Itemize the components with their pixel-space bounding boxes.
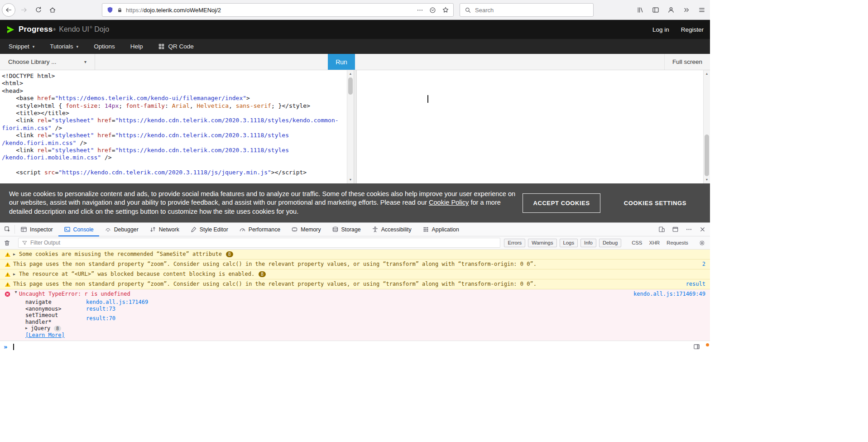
close-icon bbox=[699, 226, 706, 233]
scroll-up-icon[interactable]: ▲ bbox=[704, 71, 710, 77]
menu-item-tutorials[interactable]: Tutorials▾ bbox=[42, 39, 86, 54]
tab-performance[interactable]: Performance bbox=[234, 223, 286, 236]
home-button[interactable] bbox=[46, 3, 59, 17]
brand-progress[interactable]: Progress bbox=[19, 25, 53, 34]
filter-xhr[interactable]: XHR bbox=[649, 240, 660, 245]
menu-item-options[interactable]: Options bbox=[86, 39, 123, 54]
console-settings-button[interactable] bbox=[699, 240, 706, 246]
forward-button[interactable] bbox=[17, 3, 31, 17]
sidebars-button[interactable] bbox=[649, 4, 662, 16]
filter-css[interactable]: CSS bbox=[632, 240, 642, 245]
library-button[interactable] bbox=[634, 4, 647, 16]
filter-chip-debug[interactable]: Debug bbox=[599, 239, 621, 247]
search-bar[interactable]: Search bbox=[460, 3, 594, 17]
console-message-text: Uncaught TypeError: r is undefined bbox=[19, 291, 130, 298]
progress-logo[interactable] bbox=[6, 25, 15, 34]
tab-application[interactable]: Application bbox=[417, 223, 465, 236]
account-button[interactable] bbox=[665, 4, 677, 16]
category-filters: CSSXHRRequests bbox=[629, 240, 691, 245]
separate-window-button[interactable] bbox=[669, 224, 681, 235]
tab-console[interactable]: Console bbox=[58, 223, 99, 236]
stack-source-link[interactable]: result:73 bbox=[86, 306, 115, 312]
tab-storage[interactable]: Storage bbox=[326, 223, 366, 236]
brand-product[interactable]: Kendo UI® Dojo bbox=[59, 25, 109, 34]
scrollbar-thumb[interactable] bbox=[348, 77, 353, 95]
result-scrollbar[interactable]: ▲ ▼ bbox=[703, 70, 710, 183]
filter-chip-logs[interactable]: Logs bbox=[560, 239, 578, 247]
code-editor[interactable]: <!DOCTYPE html><html><head> <base href="… bbox=[0, 70, 347, 183]
scroll-up-icon[interactable]: ▲ bbox=[347, 71, 354, 77]
tab-memory[interactable]: Memory bbox=[286, 223, 326, 236]
bookmark-star-icon[interactable] bbox=[442, 6, 449, 14]
scroll-down-icon[interactable]: ▼ bbox=[347, 177, 354, 183]
expand-arrow-icon[interactable]: ▶ bbox=[13, 291, 19, 297]
menu-item-snippet[interactable]: Snippet▾ bbox=[1, 39, 42, 54]
level-filters: ErrorsWarningsLogsInfoDebug bbox=[504, 239, 621, 247]
filter-requests[interactable]: Requests bbox=[667, 240, 688, 245]
reload-button[interactable] bbox=[32, 3, 45, 17]
menu-item-label: Tutorials bbox=[50, 43, 73, 50]
source-link[interactable]: result bbox=[677, 281, 705, 288]
source-link[interactable]: kendo.all.js:171469:49 bbox=[624, 291, 705, 298]
menu-item-qr-code[interactable]: QR Code bbox=[150, 39, 201, 54]
register-link[interactable]: Register bbox=[681, 26, 704, 33]
pocket-icon[interactable] bbox=[429, 7, 436, 14]
tab-accessibility[interactable]: Accessibility bbox=[366, 223, 417, 236]
hamburger-menu-button[interactable] bbox=[695, 4, 708, 16]
menu-item-label: Options bbox=[94, 43, 115, 50]
login-link[interactable]: Log in bbox=[652, 26, 669, 33]
console-input[interactable]: » bbox=[0, 341, 710, 353]
cookie-policy-link[interactable]: Cookie Policy bbox=[429, 199, 469, 206]
filter-chip-errors[interactable]: Errors bbox=[504, 239, 525, 247]
stack-source-link[interactable]: kendo.all.js:171469 bbox=[86, 299, 148, 306]
back-button[interactable] bbox=[2, 3, 15, 17]
tab-inspector[interactable]: Inspector bbox=[15, 223, 58, 236]
page-actions-icon[interactable] bbox=[417, 7, 423, 14]
close-devtools-button[interactable] bbox=[696, 224, 708, 235]
source-link[interactable]: 2 bbox=[693, 261, 705, 268]
expand-arrow-icon[interactable]: ▶ bbox=[25, 325, 31, 332]
learn-more-link[interactable]: [Learn More] bbox=[25, 332, 65, 339]
menu-item-help[interactable]: Help bbox=[123, 39, 151, 54]
tab-debugger[interactable]: Debugger bbox=[99, 223, 144, 236]
filter-input[interactable]: Filter Output bbox=[18, 238, 500, 248]
accept-cookies-button[interactable]: ACCEPT COOKIES bbox=[523, 193, 600, 213]
fullscreen-button[interactable]: Full screen bbox=[664, 54, 710, 70]
result-pane bbox=[357, 70, 703, 183]
warning-icon: ! bbox=[4, 252, 11, 257]
url-actions bbox=[417, 6, 449, 14]
editor-scrollbar[interactable]: ▲ ▼ bbox=[347, 70, 354, 183]
cookie-buttons: ACCEPT COOKIES COOKIES SETTINGS bbox=[523, 193, 701, 213]
pane-splitter[interactable] bbox=[354, 70, 357, 183]
window-icon bbox=[672, 226, 679, 233]
expand-arrow-icon[interactable]: ▶ bbox=[13, 251, 19, 258]
console-message-error: ▶Uncaught TypeError: r is undefinedkendo… bbox=[0, 289, 710, 341]
overflow-menu-button[interactable] bbox=[680, 4, 693, 16]
filter-chip-warnings[interactable]: Warnings bbox=[528, 239, 556, 247]
scroll-down-icon[interactable]: ▼ bbox=[704, 177, 710, 183]
stack-source-link[interactable]: result:70 bbox=[86, 315, 115, 322]
code-line: <style>html { font-size: 14px; font-fami… bbox=[2, 102, 347, 110]
run-button[interactable]: Run bbox=[328, 54, 355, 70]
clear-console-button[interactable] bbox=[4, 240, 10, 246]
lock-icon[interactable] bbox=[117, 7, 123, 13]
tab-network[interactable]: Network bbox=[144, 223, 185, 236]
pick-element-icon bbox=[4, 226, 11, 233]
devtools-empty-area bbox=[0, 353, 710, 442]
url-bar[interactable]: https://dojo.telerik.com/oWeMENoj/2 bbox=[102, 3, 454, 17]
menu-item-label: QR Code bbox=[168, 43, 193, 50]
tab-label: Storage bbox=[341, 226, 361, 233]
cookies-settings-button[interactable]: COOKIES SETTINGS bbox=[614, 194, 696, 212]
console-sidebar-toggle-button[interactable] bbox=[693, 343, 700, 350]
pick-element-button[interactable] bbox=[0, 223, 14, 236]
group-count-badge: 8 bbox=[54, 326, 61, 332]
devtools-menu-button[interactable] bbox=[683, 224, 695, 235]
filter-chip-info[interactable]: Info bbox=[580, 239, 596, 247]
devtools-tabbar-actions bbox=[656, 223, 710, 236]
responsive-design-mode-button[interactable] bbox=[656, 224, 667, 235]
tracking-protection-shield-icon[interactable] bbox=[106, 6, 114, 14]
expand-arrow-icon[interactable]: ▶ bbox=[13, 271, 19, 278]
library-select[interactable]: Choose Library ... ▾ bbox=[0, 54, 95, 70]
scrollbar-thumb[interactable] bbox=[705, 135, 709, 176]
tab-style-editor[interactable]: Style Editor bbox=[185, 223, 234, 236]
